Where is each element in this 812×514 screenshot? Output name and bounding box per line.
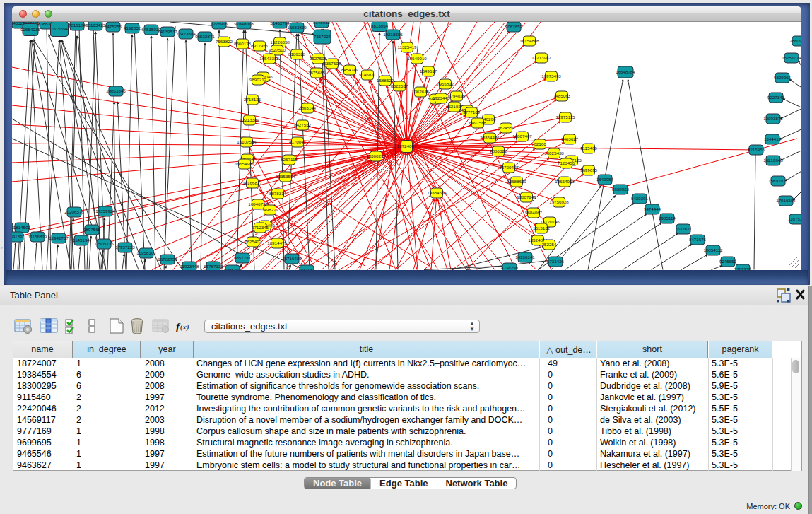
svg-text:9712345: 9712345 xyxy=(252,225,269,230)
svg-text:15226058: 15226058 xyxy=(270,40,290,45)
svg-text:2087652: 2087652 xyxy=(505,24,523,29)
svg-text:8660123: 8660123 xyxy=(234,41,252,46)
svg-text:64139537: 64139537 xyxy=(158,29,177,34)
svg-text:252254: 252254 xyxy=(542,242,557,247)
svg-text:16782759: 16782759 xyxy=(158,257,177,262)
svg-text:93103413: 93103413 xyxy=(86,23,105,28)
svg-text:2718126: 2718126 xyxy=(244,97,261,102)
svg-text:7632621: 7632621 xyxy=(675,226,693,231)
svg-text:10973493: 10973493 xyxy=(541,74,561,78)
svg-text:17957223: 17957223 xyxy=(115,245,135,250)
svg-text:9329966: 9329966 xyxy=(774,75,792,80)
svg-text:8215955: 8215955 xyxy=(748,147,765,152)
svg-text:8813054: 8813054 xyxy=(371,23,389,28)
svg-text:6497568: 6497568 xyxy=(469,120,487,125)
svg-text:4170041: 4170041 xyxy=(289,139,307,144)
svg-text:18724007: 18724007 xyxy=(397,144,417,148)
svg-text:12213389: 12213389 xyxy=(240,117,259,122)
svg-text:8938923: 8938923 xyxy=(612,187,630,192)
svg-text:19756928: 19756928 xyxy=(549,199,569,204)
svg-text:8267110: 8267110 xyxy=(281,157,298,162)
svg-text:16210643: 16210643 xyxy=(763,158,783,163)
svg-text:8148932: 8148932 xyxy=(313,22,331,25)
svg-text:7563822: 7563822 xyxy=(216,39,233,44)
svg-text:9684067: 9684067 xyxy=(525,210,543,215)
svg-text:1834501: 1834501 xyxy=(13,225,31,230)
svg-text:16543382: 16543382 xyxy=(259,56,279,61)
svg-text:19218506: 19218506 xyxy=(383,32,403,37)
svg-text:10807467: 10807467 xyxy=(512,134,532,139)
svg-text:18640910: 18640910 xyxy=(407,56,427,61)
svg-text:7816184: 7816184 xyxy=(69,23,86,28)
svg-text:8427552: 8427552 xyxy=(294,122,312,127)
svg-text:12505135: 12505135 xyxy=(94,241,114,246)
svg-text:9777169: 9777169 xyxy=(463,110,481,115)
svg-text:1167533: 1167533 xyxy=(788,216,801,221)
svg-text:1031051: 1031051 xyxy=(298,267,316,270)
svg-text:19654967: 19654967 xyxy=(235,161,254,166)
svg-text:7123456: 7123456 xyxy=(558,160,575,165)
svg-text:6794028: 6794028 xyxy=(448,93,466,98)
svg-text:10688609: 10688609 xyxy=(507,179,526,184)
svg-text:7955812: 7955812 xyxy=(437,81,454,86)
svg-text:7357224: 7357224 xyxy=(314,34,331,39)
svg-text:7182278: 7182278 xyxy=(734,267,752,270)
svg-text:8471676: 8471676 xyxy=(689,237,707,242)
svg-text:10654112: 10654112 xyxy=(703,247,723,252)
svg-text:20364436: 20364436 xyxy=(480,135,500,140)
svg-text:65787133: 65787133 xyxy=(204,264,223,269)
svg-text:15720407: 15720407 xyxy=(499,165,519,170)
svg-text:10958107: 10958107 xyxy=(136,250,156,255)
svg-text:17016504: 17016504 xyxy=(776,198,796,203)
svg-text:9890212: 9890212 xyxy=(249,77,267,82)
svg-text:4192832: 4192832 xyxy=(124,25,141,30)
svg-text:5098393: 5098393 xyxy=(224,267,242,270)
svg-text:9146821: 9146821 xyxy=(359,72,377,77)
svg-text:16107554: 16107554 xyxy=(237,139,257,144)
svg-text:17359924: 17359924 xyxy=(95,209,115,214)
svg-text:97848018: 97848018 xyxy=(234,22,254,26)
svg-text:7485063: 7485063 xyxy=(553,93,571,98)
svg-text:12975115: 12975115 xyxy=(555,115,575,119)
svg-text:8454749: 8454749 xyxy=(341,67,359,72)
svg-text:62160: 62160 xyxy=(534,141,546,146)
svg-text:1733426: 1733426 xyxy=(547,259,565,264)
svg-text:(x): (x) xyxy=(180,322,189,332)
svg-text:7625402: 7625402 xyxy=(245,239,262,244)
svg-text:16033809: 16033809 xyxy=(287,25,307,30)
svg-text:96532871: 96532871 xyxy=(195,34,215,39)
svg-text:1615594: 1615594 xyxy=(51,26,69,31)
svg-text:9699695: 9699695 xyxy=(580,168,598,173)
svg-text:4738299: 4738299 xyxy=(501,265,519,270)
svg-text:1923448: 1923448 xyxy=(433,95,450,100)
svg-text:12213987: 12213987 xyxy=(531,55,551,60)
svg-text:02654235: 02654235 xyxy=(20,27,40,32)
svg-text:9245652: 9245652 xyxy=(719,259,737,264)
svg-text:20053346: 20053346 xyxy=(106,88,126,93)
svg-text:3498222: 3498222 xyxy=(261,207,279,212)
svg-text:1145194: 1145194 xyxy=(73,238,90,243)
svg-text:3675685: 3675685 xyxy=(308,70,326,75)
svg-text:9115460: 9115460 xyxy=(580,146,597,151)
svg-text:8186328: 8186328 xyxy=(288,52,306,57)
svg-text:5430391: 5430391 xyxy=(631,196,649,201)
svg-text:16648784: 16648784 xyxy=(616,69,635,74)
svg-text:18807249: 18807249 xyxy=(517,194,536,199)
svg-text:39139: 39139 xyxy=(12,234,23,239)
svg-text:1615132: 1615132 xyxy=(533,226,551,230)
svg-text:28809570: 28809570 xyxy=(789,38,801,43)
svg-text:3624554: 3624554 xyxy=(498,125,515,130)
svg-text:14136141: 14136141 xyxy=(515,255,535,259)
svg-text:12942757: 12942757 xyxy=(49,235,69,240)
svg-text:2803144: 2803144 xyxy=(299,105,317,110)
svg-text:9227343: 9227343 xyxy=(767,95,785,100)
svg-text:9897568: 9897568 xyxy=(83,227,101,232)
svg-text:2367608: 2367608 xyxy=(324,61,341,66)
svg-text:8912955: 8912955 xyxy=(251,43,269,48)
svg-text:11923448: 11923448 xyxy=(180,264,199,269)
svg-text:19384554: 19384554 xyxy=(427,190,447,195)
svg-text:9857791: 9857791 xyxy=(234,255,252,260)
svg-text:19166827: 19166827 xyxy=(242,180,262,185)
svg-text:16154808: 16154808 xyxy=(519,38,539,43)
svg-text:10025438: 10025438 xyxy=(544,151,564,156)
